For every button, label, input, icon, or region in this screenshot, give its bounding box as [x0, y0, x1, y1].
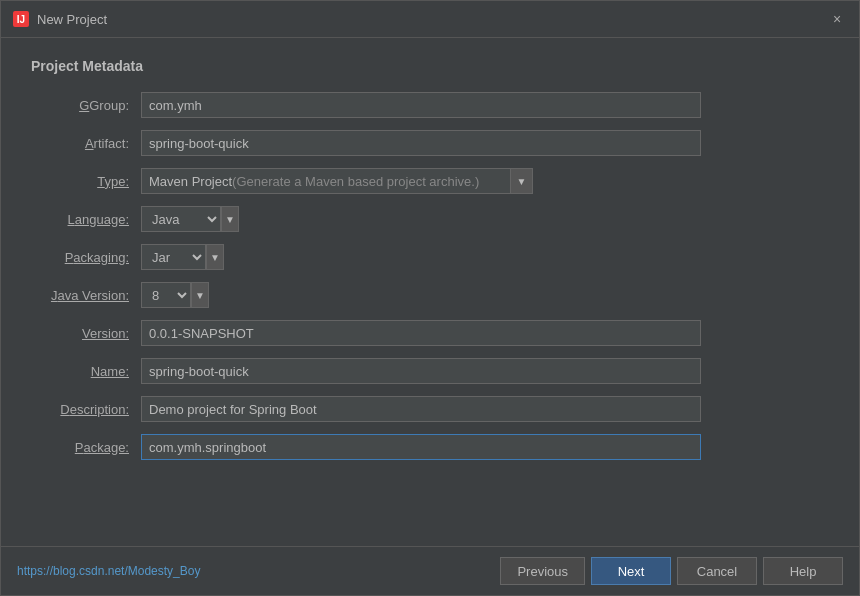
previous-button[interactable]: Previous — [500, 557, 585, 585]
artifact-row: Artifact: — [31, 130, 829, 156]
group-label: GGroup: — [31, 98, 141, 113]
dialog-content: Project Metadata GGroup: Artifact: Type:… — [1, 38, 859, 546]
language-dropdown-wrapper: Java Kotlin Groovy ▼ — [141, 206, 239, 232]
package-row: Package: — [31, 434, 829, 460]
name-row: Name: — [31, 358, 829, 384]
group-input[interactable] — [141, 92, 701, 118]
name-label: Name: — [31, 364, 141, 379]
cancel-button[interactable]: Cancel — [677, 557, 757, 585]
packaging-row: Packaging: Jar War ▼ — [31, 244, 829, 270]
java-version-select[interactable]: 8 11 17 — [141, 282, 191, 308]
dialog-title: New Project — [37, 12, 107, 27]
version-label: Version: — [31, 326, 141, 341]
type-label: Type: — [31, 174, 141, 189]
packaging-dropdown-wrapper: Jar War ▼ — [141, 244, 224, 270]
language-label: Language: — [31, 212, 141, 227]
description-row: Description: — [31, 396, 829, 422]
description-label: Description: — [31, 402, 141, 417]
section-title: Project Metadata — [31, 58, 829, 74]
version-input[interactable] — [141, 320, 701, 346]
close-button[interactable]: × — [827, 9, 847, 29]
footer-url: https://blog.csdn.net/Modesty_Boy — [17, 564, 494, 578]
name-input[interactable] — [141, 358, 701, 384]
help-button[interactable]: Help — [763, 557, 843, 585]
packaging-label: Packaging: — [31, 250, 141, 265]
package-label: Package: — [31, 440, 141, 455]
java-version-dropdown-wrapper: 8 11 17 ▼ — [141, 282, 209, 308]
language-select[interactable]: Java Kotlin Groovy — [141, 206, 221, 232]
type-text: Maven Project — [149, 174, 232, 189]
new-project-dialog: IJ New Project × Project Metadata GGroup… — [0, 0, 860, 596]
java-version-row: Java Version: 8 11 17 ▼ — [31, 282, 829, 308]
description-input[interactable] — [141, 396, 701, 422]
title-bar-left: IJ New Project — [13, 11, 107, 27]
java-version-label: Java Version: — [31, 288, 141, 303]
language-row: Language: Java Kotlin Groovy ▼ — [31, 206, 829, 232]
version-row: Version: — [31, 320, 829, 346]
java-version-dropdown-arrow[interactable]: ▼ — [191, 282, 209, 308]
artifact-label: Artifact: — [31, 136, 141, 151]
next-button[interactable]: Next — [591, 557, 671, 585]
app-icon: IJ — [13, 11, 29, 27]
package-input[interactable] — [141, 434, 701, 460]
artifact-input[interactable] — [141, 130, 701, 156]
type-hint-text: (Generate a Maven based project archive.… — [232, 174, 479, 189]
packaging-dropdown-arrow[interactable]: ▼ — [206, 244, 224, 270]
dialog-footer: https://blog.csdn.net/Modesty_Boy Previo… — [1, 546, 859, 595]
language-dropdown-arrow[interactable]: ▼ — [221, 206, 239, 232]
group-row: GGroup: — [31, 92, 829, 118]
title-bar: IJ New Project × — [1, 1, 859, 38]
packaging-select[interactable]: Jar War — [141, 244, 206, 270]
type-value: Maven Project (Generate a Maven based pr… — [141, 168, 511, 194]
type-row: Type: Maven Project (Generate a Maven ba… — [31, 168, 829, 194]
type-dropdown-wrapper: Maven Project (Generate a Maven based pr… — [141, 168, 533, 194]
type-dropdown-arrow[interactable]: ▼ — [511, 168, 533, 194]
